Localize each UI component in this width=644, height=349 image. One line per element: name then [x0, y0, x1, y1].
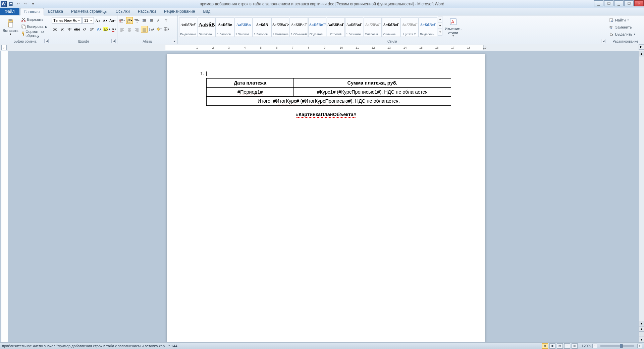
decrease-indent-button[interactable]: [141, 17, 148, 24]
tab-home[interactable]: Главная: [20, 8, 44, 15]
tab-insert[interactable]: Вставка: [44, 8, 67, 15]
increase-indent-button[interactable]: [148, 17, 155, 24]
file-tab[interactable]: Файл: [0, 8, 19, 15]
style-item[interactable]: АаБбВвГСлабое в...: [364, 17, 382, 37]
font-color-button[interactable]: A▼: [111, 26, 117, 33]
scroll-down[interactable]: ▼: [639, 321, 644, 326]
next-page[interactable]: ▼: [639, 337, 644, 342]
tab-references[interactable]: Ссылки: [112, 8, 134, 15]
style-item[interactable]: АаБбВв1 Заголов...: [216, 17, 234, 37]
font-size-combo[interactable]: 11▼: [83, 17, 94, 24]
restore-button[interactable]: ❐: [624, 0, 634, 6]
paragraph-launcher[interactable]: ◢: [172, 39, 176, 43]
ruler-toggle[interactable]: ◧: [639, 44, 644, 50]
restore-button-inner[interactable]: ❐: [604, 0, 613, 6]
svg-rect-45: [143, 29, 146, 30]
qat-save[interactable]: [7, 1, 14, 7]
style-item[interactable]: АаБбВвГСильное ...: [382, 17, 400, 37]
line-spacing-button[interactable]: ▼: [148, 26, 155, 33]
paste-button[interactable]: Вставить ▼: [1, 16, 20, 38]
superscript-button[interactable]: x2: [89, 26, 95, 33]
svg-rect-38: [128, 30, 131, 31]
change-styles-button[interactable]: A Изменить стили▼: [443, 16, 463, 38]
borders-button[interactable]: ▼: [163, 26, 170, 33]
highlight-button[interactable]: ab▼: [103, 26, 110, 33]
font-launcher[interactable]: ◢: [111, 39, 116, 43]
italic-button[interactable]: К: [59, 26, 66, 33]
tab-review[interactable]: Рецензирование: [160, 8, 199, 15]
svg-rect-37: [128, 29, 130, 30]
subscript-button[interactable]: x2: [81, 26, 88, 33]
app-icon: W: [1, 1, 7, 7]
document-page[interactable]: 1. Дата платежа Сумма платежа, руб. #Пер…: [167, 54, 485, 342]
style-item[interactable]: АаБбВвГ1 Без инте...: [345, 17, 363, 37]
style-item[interactable]: АаБбВвГВыделение: [179, 17, 197, 37]
change-case-button[interactable]: Aa▼: [109, 17, 116, 24]
scroll-up[interactable]: ▲: [639, 51, 644, 56]
tab-view[interactable]: Вид: [199, 8, 214, 15]
zoom-in[interactable]: +: [637, 344, 642, 348]
tab-mailings[interactable]: Рассылки: [134, 8, 160, 15]
align-center-button[interactable]: [126, 26, 133, 33]
prev-page[interactable]: ▲: [639, 326, 644, 332]
view-web-layout[interactable]: ▤: [557, 343, 563, 349]
shrink-font-button[interactable]: A▼: [102, 17, 109, 24]
clipboard-launcher[interactable]: ◢: [44, 39, 49, 43]
font-name-combo[interactable]: Times New Ro▼: [52, 17, 82, 24]
close-button[interactable]: ✕: [634, 0, 644, 6]
minimize-button[interactable]: ▁: [614, 0, 624, 6]
styles-launcher[interactable]: ◢: [601, 39, 605, 43]
align-left-button[interactable]: [119, 26, 125, 33]
minimize-button-inner[interactable]: ▁: [594, 0, 603, 6]
tab-selector[interactable]: ⌐: [1, 45, 7, 50]
view-print-layout[interactable]: ▦: [542, 343, 548, 349]
sort-button[interactable]: A↓: [156, 17, 162, 24]
zoom-level[interactable]: 120%: [582, 344, 591, 348]
show-marks-button[interactable]: ¶: [163, 17, 170, 24]
view-full-screen[interactable]: ▣: [549, 343, 555, 349]
find-button[interactable]: Найти ▼: [608, 17, 630, 23]
style-item[interactable]: АаБбВвГг1 Название: [271, 17, 289, 37]
style-item[interactable]: АаБбВ1 Заголов...: [253, 17, 271, 37]
styles-gallery[interactable]: АаБбВвГВыделениеАаБбВЗаголово...АаБбВв1 …: [179, 16, 437, 38]
bullets-button[interactable]: ▼: [119, 17, 125, 24]
view-draft[interactable]: ▭: [572, 343, 578, 349]
justify-button[interactable]: [141, 26, 148, 33]
style-item[interactable]: АаБбВвГВыделенн...: [419, 17, 437, 37]
qat-redo[interactable]: ↷: [22, 1, 29, 7]
copy-button[interactable]: Копировать: [20, 23, 49, 30]
zoom-slider[interactable]: [600, 345, 634, 347]
tab-page-layout[interactable]: Разметка страницы: [67, 8, 112, 15]
view-outline[interactable]: ≡: [564, 343, 570, 349]
style-item[interactable]: АаБбВвГЦитата 2: [400, 17, 419, 37]
numbering-button[interactable]: 123▼: [126, 17, 133, 24]
style-item[interactable]: АаБбВЗаголово...: [198, 17, 216, 37]
style-item[interactable]: АаБбВвГСтрогий: [327, 17, 345, 37]
grow-font-button[interactable]: A▲: [95, 17, 101, 24]
horizontal-ruler[interactable]: 12345678910111213141516171819: [165, 45, 484, 50]
cut-button[interactable]: Вырезать: [20, 16, 49, 23]
vertical-scrollbar[interactable]: ▲ ▼ ▲ ○ ▼: [639, 51, 644, 342]
style-item[interactable]: АаБбВвГПодзагол...: [308, 17, 326, 37]
table-cell: #Период1#: [237, 89, 263, 95]
browse-object[interactable]: ○: [639, 332, 644, 337]
qat-undo[interactable]: ↶: [15, 1, 21, 7]
format-painter-button[interactable]: Формат по образцу: [20, 30, 49, 37]
align-right-button[interactable]: [133, 26, 140, 33]
qat-customize[interactable]: ▾: [30, 1, 36, 7]
zoom-out[interactable]: −: [592, 344, 597, 348]
strikethrough-button[interactable]: abc: [74, 26, 80, 33]
text-effects-button[interactable]: A▼: [96, 26, 103, 33]
document-table[interactable]: Дата платежа Сумма платежа, руб. #Период…: [206, 78, 451, 106]
shading-button[interactable]: ▼: [156, 26, 162, 33]
style-item[interactable]: АаБбВв1 Заголов...: [234, 17, 253, 37]
underline-button[interactable]: Ч▼: [66, 26, 73, 33]
replace-button[interactable]: abЗаменить: [608, 24, 632, 31]
style-item[interactable]: АаБбВвГ1 Обычный: [290, 17, 308, 37]
select-button[interactable]: Выделить ▼: [608, 31, 636, 38]
styles-scroll[interactable]: ▲▼▾: [438, 16, 442, 36]
bold-button[interactable]: Ж: [52, 26, 58, 33]
multilevel-list-button[interactable]: ▼: [133, 17, 140, 24]
svg-rect-32: [120, 28, 124, 29]
vertical-ruler[interactable]: [1, 51, 8, 342]
